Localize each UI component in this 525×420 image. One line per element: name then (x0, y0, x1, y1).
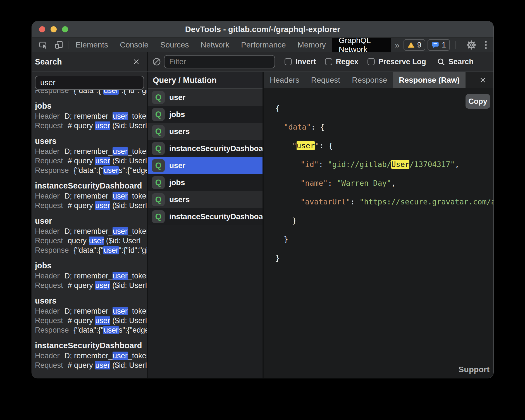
query-type-icon: Q (152, 176, 165, 189)
json-token: { (275, 104, 280, 113)
result-group-name[interactable]: users (35, 295, 147, 306)
inspect-element-icon[interactable] (39, 40, 48, 50)
result-row[interactable]: Request# query user ($id: UserI (35, 121, 147, 130)
result-group-name[interactable]: users (35, 135, 147, 147)
devtools-tab-graphql-network[interactable]: GraphQL Network (332, 38, 391, 52)
result-row-label: Request (35, 361, 63, 369)
devtools-tab-sources[interactable]: Sources (154, 38, 195, 52)
query-item[interactable]: Qjobs (148, 174, 262, 191)
json-token: /13704317" (409, 160, 455, 169)
clear-filter-icon[interactable] (152, 57, 161, 66)
copy-button[interactable]: Copy (466, 94, 490, 109)
support-link[interactable]: Support (459, 365, 490, 374)
result-group-name[interactable]: instanceSecurityDashboard (35, 180, 147, 191)
devtools-tab-elements[interactable]: Elements (70, 38, 114, 52)
result-row[interactable]: HeaderD; remember_user_token=e (35, 191, 147, 201)
result-row[interactable]: Request# query user ($id: UserI (35, 156, 147, 166)
checkbox-label: Preserve Log (378, 58, 426, 66)
result-row[interactable]: Request# query user ($id: UserI (35, 361, 147, 370)
query-item[interactable]: QinstanceSecurityDashboard (148, 140, 262, 157)
result-group-name[interactable]: jobs (35, 100, 147, 111)
devtools-tab-console[interactable]: Console (114, 38, 154, 52)
filter-input[interactable] (164, 55, 275, 68)
result-row[interactable]: Response{"data":{"user":{"id":"gid (35, 245, 147, 255)
result-row[interactable]: Request# query user ($id: UserI (35, 316, 147, 325)
tab-response[interactable]: Response (346, 72, 393, 88)
json-line: } (275, 249, 493, 267)
minimize-window-button[interactable] (51, 26, 57, 32)
more-tabs-chevron[interactable]: » (391, 38, 404, 52)
result-row[interactable]: HeaderD; remember_user_token=e (35, 111, 147, 121)
screen: DevTools - gitlab.com/-/graphql-explorer (0, 0, 525, 420)
close-detail-icon[interactable] (479, 76, 487, 84)
result-row-text: s":{"edges (119, 326, 147, 334)
checkbox[interactable] (285, 58, 292, 65)
filter-option-invert[interactable]: Invert (285, 58, 316, 66)
tab-response-raw[interactable]: Response (Raw) (393, 72, 466, 88)
filter-bar: InvertRegexPreserve Log Search (148, 52, 493, 71)
settings-gear-icon[interactable] (466, 40, 477, 50)
result-row-text: ($id: UserI (110, 121, 147, 130)
filter-option-preserve-log[interactable]: Preserve Log (367, 58, 426, 66)
warning-badge[interactable]: 9 (404, 39, 425, 51)
checkbox-label: Invert (295, 58, 316, 66)
result-row-label: Request (35, 201, 63, 210)
close-search-icon[interactable] (132, 58, 140, 66)
result-row-label: Response (35, 90, 69, 95)
query-type-icon: Q (152, 125, 165, 138)
result-row-text: # query (68, 121, 95, 130)
result-row[interactable]: HeaderD; remember_user_token=e (35, 147, 147, 156)
json-line: "data": { (275, 118, 493, 136)
query-item[interactable]: Quser (148, 89, 262, 106)
tab-headers[interactable]: Headers (264, 72, 305, 88)
result-row[interactable]: Request# query user ($id: UserI (35, 201, 147, 210)
query-item[interactable]: Qusers (148, 123, 262, 140)
checkbox[interactable] (325, 58, 332, 65)
tab-request[interactable]: Request (305, 72, 346, 88)
result-row[interactable]: Requestquery user ($id: UserI (35, 236, 147, 245)
devtools-tab-performance[interactable]: Performance (235, 38, 292, 52)
toolbar-search-toggle[interactable]: Search (437, 58, 474, 66)
query-item[interactable]: QinstanceSecurityDashboard (148, 208, 262, 225)
match-highlight: user (95, 201, 110, 210)
result-row-text: D; remember_ (65, 227, 113, 235)
query-item-selected[interactable]: Quser (148, 157, 262, 174)
result-row[interactable]: Response{"data":{"users":{"edges (35, 166, 147, 175)
result-row-label: Request (35, 237, 63, 245)
devtools-tabbar: ElementsConsoleSourcesNetworkPerformance… (32, 38, 493, 52)
query-item[interactable]: Qjobs (148, 106, 262, 123)
result-group-name[interactable]: jobs (35, 260, 147, 271)
device-toolbar-icon[interactable] (54, 40, 64, 50)
query-item[interactable]: Qusers (148, 191, 262, 208)
devtools-tab-network[interactable]: Network (195, 38, 235, 52)
toolbar-row: Search InvertRegexPreserve Log (32, 52, 493, 72)
warning-icon (407, 42, 415, 48)
devtools-tab-memory[interactable]: Memory (292, 38, 332, 52)
json-token: " (292, 141, 297, 150)
result-row[interactable]: HeaderD; remember_user_token=e (35, 271, 147, 281)
maximize-window-button[interactable] (62, 26, 68, 32)
result-row[interactable]: HeaderD; remember_user_token=e (35, 351, 147, 361)
partial-result-row[interactable]: Response{"data":{"user":{"id":"gid (35, 90, 147, 95)
result-group-name[interactable]: instanceSecurityDashboard (35, 340, 147, 351)
result-row[interactable]: Response{"data":{"user":{"id":"gid (35, 90, 147, 95)
message-badge[interactable]: 1 (428, 39, 450, 51)
result-row[interactable]: Response{"data":{"users":{"edges (35, 325, 147, 335)
json-token: "Warren Day" (337, 179, 391, 187)
close-window-button[interactable] (39, 26, 45, 32)
checkbox-label: Regex (336, 58, 359, 66)
json-token: "gid://gitlab/ (328, 160, 392, 169)
search-input[interactable] (35, 76, 144, 90)
result-row[interactable]: HeaderD; remember_user_token=e (35, 226, 147, 236)
search-result-group: instanceSecurityDashboardHeaderD; rememb… (35, 340, 147, 370)
result-row[interactable]: Request# query user ($id: UserI (35, 281, 147, 290)
filter-option-regex[interactable]: Regex (325, 58, 359, 66)
query-type-icon: Q (152, 142, 165, 155)
checkbox[interactable] (367, 58, 375, 65)
result-row[interactable]: HeaderD; remember_user_token=e (35, 306, 147, 316)
result-row-text: ($id: UserI (110, 316, 147, 325)
match-highlight: user (113, 147, 128, 156)
result-row-label: Request (35, 121, 63, 130)
more-menu-icon[interactable] (485, 41, 487, 49)
result-group-name[interactable]: user (35, 215, 147, 226)
